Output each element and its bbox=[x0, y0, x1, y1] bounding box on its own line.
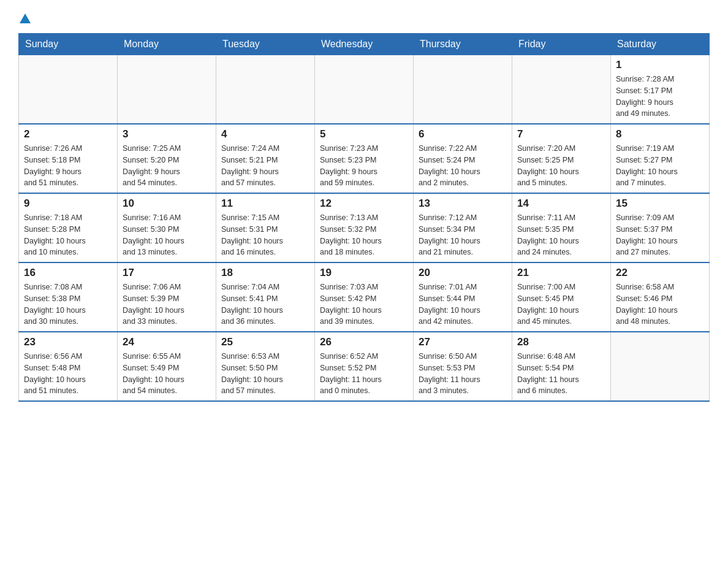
day-number: 15 bbox=[616, 197, 704, 210]
day-info: Sunrise: 7:04 AMSunset: 5:41 PMDaylight:… bbox=[221, 282, 309, 327]
day-info: Sunrise: 7:08 AMSunset: 5:38 PMDaylight:… bbox=[24, 282, 112, 327]
day-number: 21 bbox=[517, 267, 605, 279]
calendar-week-row: 16Sunrise: 7:08 AMSunset: 5:38 PMDayligh… bbox=[19, 262, 710, 332]
day-info: Sunrise: 7:03 AMSunset: 5:42 PMDaylight:… bbox=[320, 282, 408, 327]
calendar-cell: 14Sunrise: 7:11 AMSunset: 5:35 PMDayligh… bbox=[512, 193, 611, 262]
day-info: Sunrise: 7:26 AMSunset: 5:18 PMDaylight:… bbox=[24, 143, 112, 189]
day-number: 16 bbox=[24, 267, 112, 279]
calendar-cell: 25Sunrise: 6:53 AMSunset: 5:50 PMDayligh… bbox=[216, 332, 315, 401]
day-info: Sunrise: 7:09 AMSunset: 5:37 PMDaylight:… bbox=[616, 212, 704, 258]
day-info: Sunrise: 7:23 AMSunset: 5:23 PMDaylight:… bbox=[320, 143, 408, 189]
logo bbox=[18, 12, 32, 26]
day-number: 9 bbox=[24, 197, 112, 210]
day-number: 17 bbox=[123, 267, 211, 279]
calendar-cell: 5Sunrise: 7:23 AMSunset: 5:23 PMDaylight… bbox=[315, 124, 414, 193]
weekday-header-saturday: Saturday bbox=[611, 34, 710, 55]
day-info: Sunrise: 7:06 AMSunset: 5:39 PMDaylight:… bbox=[123, 282, 211, 327]
day-number: 28 bbox=[517, 336, 605, 348]
calendar-cell: 16Sunrise: 7:08 AMSunset: 5:38 PMDayligh… bbox=[19, 262, 118, 332]
calendar-cell: 17Sunrise: 7:06 AMSunset: 5:39 PMDayligh… bbox=[118, 262, 216, 332]
calendar-cell bbox=[216, 55, 315, 124]
calendar-cell: 19Sunrise: 7:03 AMSunset: 5:42 PMDayligh… bbox=[315, 262, 414, 332]
day-number: 13 bbox=[419, 197, 507, 210]
day-number: 6 bbox=[419, 128, 507, 140]
day-info: Sunrise: 7:22 AMSunset: 5:24 PMDaylight:… bbox=[419, 143, 507, 189]
day-info: Sunrise: 6:55 AMSunset: 5:49 PMDaylight:… bbox=[123, 351, 211, 397]
day-info: Sunrise: 7:28 AMSunset: 5:17 PMDaylight:… bbox=[616, 74, 704, 120]
day-number: 2 bbox=[24, 128, 112, 140]
weekday-header-monday: Monday bbox=[118, 34, 216, 55]
day-info: Sunrise: 7:00 AMSunset: 5:45 PMDaylight:… bbox=[517, 282, 605, 327]
calendar-cell: 11Sunrise: 7:15 AMSunset: 5:31 PMDayligh… bbox=[216, 193, 315, 262]
calendar-cell bbox=[315, 55, 414, 124]
day-number: 26 bbox=[320, 336, 408, 348]
calendar-week-row: 9Sunrise: 7:18 AMSunset: 5:28 PMDaylight… bbox=[19, 193, 710, 262]
calendar-cell: 22Sunrise: 6:58 AMSunset: 5:46 PMDayligh… bbox=[611, 262, 710, 332]
calendar-cell: 20Sunrise: 7:01 AMSunset: 5:44 PMDayligh… bbox=[414, 262, 512, 332]
calendar-cell: 26Sunrise: 6:52 AMSunset: 5:52 PMDayligh… bbox=[315, 332, 414, 401]
calendar-cell: 7Sunrise: 7:20 AMSunset: 5:25 PMDaylight… bbox=[512, 124, 611, 193]
calendar-cell: 27Sunrise: 6:50 AMSunset: 5:53 PMDayligh… bbox=[414, 332, 512, 401]
day-number: 5 bbox=[320, 128, 408, 140]
day-info: Sunrise: 6:52 AMSunset: 5:52 PMDaylight:… bbox=[320, 351, 408, 397]
calendar-cell: 12Sunrise: 7:13 AMSunset: 5:32 PMDayligh… bbox=[315, 193, 414, 262]
day-info: Sunrise: 6:53 AMSunset: 5:50 PMDaylight:… bbox=[221, 351, 309, 397]
day-info: Sunrise: 6:48 AMSunset: 5:54 PMDaylight:… bbox=[517, 351, 605, 397]
day-number: 25 bbox=[221, 336, 309, 348]
calendar-table: SundayMondayTuesdayWednesdayThursdayFrid… bbox=[18, 33, 710, 402]
calendar-cell bbox=[118, 55, 216, 124]
day-info: Sunrise: 7:13 AMSunset: 5:32 PMDaylight:… bbox=[320, 212, 408, 258]
day-number: 7 bbox=[517, 128, 605, 140]
calendar-cell: 2Sunrise: 7:26 AMSunset: 5:18 PMDaylight… bbox=[19, 124, 118, 193]
day-info: Sunrise: 7:20 AMSunset: 5:25 PMDaylight:… bbox=[517, 143, 605, 189]
calendar-cell bbox=[414, 55, 512, 124]
day-info: Sunrise: 7:24 AMSunset: 5:21 PMDaylight:… bbox=[221, 143, 309, 189]
calendar-cell: 6Sunrise: 7:22 AMSunset: 5:24 PMDaylight… bbox=[414, 124, 512, 193]
calendar-cell: 21Sunrise: 7:00 AMSunset: 5:45 PMDayligh… bbox=[512, 262, 611, 332]
day-number: 4 bbox=[221, 128, 309, 140]
day-number: 10 bbox=[123, 197, 211, 210]
day-number: 12 bbox=[320, 197, 408, 210]
day-number: 20 bbox=[419, 267, 507, 279]
calendar-cell bbox=[611, 332, 710, 401]
svg-marker-0 bbox=[20, 13, 31, 23]
weekday-header-row: SundayMondayTuesdayWednesdayThursdayFrid… bbox=[19, 34, 710, 55]
calendar-week-row: 2Sunrise: 7:26 AMSunset: 5:18 PMDaylight… bbox=[19, 124, 710, 193]
calendar-cell: 28Sunrise: 6:48 AMSunset: 5:54 PMDayligh… bbox=[512, 332, 611, 401]
weekday-header-friday: Friday bbox=[512, 34, 611, 55]
day-info: Sunrise: 6:56 AMSunset: 5:48 PMDaylight:… bbox=[24, 351, 112, 397]
day-number: 14 bbox=[517, 197, 605, 210]
calendar-cell: 13Sunrise: 7:12 AMSunset: 5:34 PMDayligh… bbox=[414, 193, 512, 262]
day-info: Sunrise: 6:58 AMSunset: 5:46 PMDaylight:… bbox=[616, 282, 704, 327]
calendar-body: 1Sunrise: 7:28 AMSunset: 5:17 PMDaylight… bbox=[19, 55, 710, 402]
day-number: 22 bbox=[616, 267, 704, 279]
calendar-cell: 24Sunrise: 6:55 AMSunset: 5:49 PMDayligh… bbox=[118, 332, 216, 401]
calendar-cell: 23Sunrise: 6:56 AMSunset: 5:48 PMDayligh… bbox=[19, 332, 118, 401]
day-number: 23 bbox=[24, 336, 112, 348]
day-number: 24 bbox=[123, 336, 211, 348]
calendar-header: SundayMondayTuesdayWednesdayThursdayFrid… bbox=[19, 34, 710, 55]
day-number: 19 bbox=[320, 267, 408, 279]
day-info: Sunrise: 7:25 AMSunset: 5:20 PMDaylight:… bbox=[123, 143, 211, 189]
calendar-cell bbox=[19, 55, 118, 124]
day-info: Sunrise: 7:11 AMSunset: 5:35 PMDaylight:… bbox=[517, 212, 605, 258]
calendar-cell: 10Sunrise: 7:16 AMSunset: 5:30 PMDayligh… bbox=[118, 193, 216, 262]
day-number: 11 bbox=[221, 197, 309, 210]
weekday-header-tuesday: Tuesday bbox=[216, 34, 315, 55]
page-header bbox=[18, 12, 710, 26]
calendar-week-row: 23Sunrise: 6:56 AMSunset: 5:48 PMDayligh… bbox=[19, 332, 710, 401]
calendar-cell: 1Sunrise: 7:28 AMSunset: 5:17 PMDaylight… bbox=[611, 55, 710, 124]
calendar-cell: 15Sunrise: 7:09 AMSunset: 5:37 PMDayligh… bbox=[611, 193, 710, 262]
day-info: Sunrise: 7:19 AMSunset: 5:27 PMDaylight:… bbox=[616, 143, 704, 189]
calendar-cell: 8Sunrise: 7:19 AMSunset: 5:27 PMDaylight… bbox=[611, 124, 710, 193]
weekday-header-wednesday: Wednesday bbox=[315, 34, 414, 55]
weekday-header-sunday: Sunday bbox=[19, 34, 118, 55]
day-number: 1 bbox=[616, 59, 704, 71]
day-number: 8 bbox=[616, 128, 704, 140]
calendar-cell: 9Sunrise: 7:18 AMSunset: 5:28 PMDaylight… bbox=[19, 193, 118, 262]
calendar-cell: 18Sunrise: 7:04 AMSunset: 5:41 PMDayligh… bbox=[216, 262, 315, 332]
day-info: Sunrise: 6:50 AMSunset: 5:53 PMDaylight:… bbox=[419, 351, 507, 397]
day-info: Sunrise: 7:15 AMSunset: 5:31 PMDaylight:… bbox=[221, 212, 309, 258]
day-info: Sunrise: 7:01 AMSunset: 5:44 PMDaylight:… bbox=[419, 282, 507, 327]
calendar-cell: 3Sunrise: 7:25 AMSunset: 5:20 PMDaylight… bbox=[118, 124, 216, 193]
